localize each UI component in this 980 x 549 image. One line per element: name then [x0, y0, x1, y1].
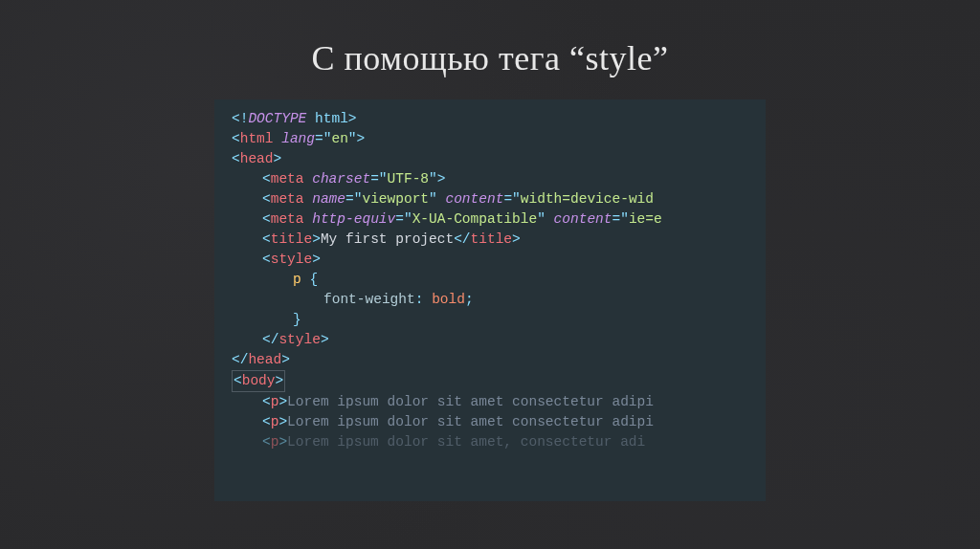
code-token: "	[620, 211, 629, 227]
code-token: </	[454, 231, 470, 247]
code-token: "	[537, 211, 546, 227]
code-token: <	[262, 191, 271, 207]
code-token: </	[232, 352, 248, 367]
code-token: style	[271, 252, 313, 267]
code-token: <	[232, 131, 240, 146]
code-token: My first project	[321, 231, 454, 247]
code-line: <meta http-equiv="X-UA-Compatible" conte…	[232, 209, 766, 230]
code-line: <body>	[232, 370, 766, 392]
code-token: <	[232, 151, 240, 166]
code-line: </head>	[232, 350, 766, 370]
code-token: head	[248, 352, 281, 367]
code-token: "	[429, 171, 437, 187]
code-editor: <!DOCTYPE html> <html lang="en"> <head> …	[214, 99, 766, 501]
code-token: =	[612, 211, 621, 227]
code-token: html	[240, 131, 274, 146]
code-token: <	[234, 373, 242, 388]
code-token: en	[331, 131, 347, 146]
code-token: title	[471, 231, 513, 247]
code-token: "	[348, 131, 357, 146]
code-token: viewport	[362, 191, 429, 207]
code-token: X-UA-Compatible	[412, 211, 538, 227]
code-line: <meta name="viewport" content="width=dev…	[232, 189, 766, 209]
code-token: =	[503, 191, 512, 207]
code-token: Lorem ipsum dolor sit amet, consectetur …	[287, 434, 645, 450]
code-token: "	[379, 171, 388, 187]
code-token: =	[315, 131, 323, 146]
code-token: <	[262, 211, 271, 227]
code-token: meta	[271, 191, 304, 207]
code-line: <style>	[232, 250, 766, 270]
code-token: :	[415, 292, 432, 307]
code-token: <	[262, 414, 271, 429]
code-token: body	[242, 373, 276, 388]
code-token: >	[278, 394, 287, 409]
code-token: >	[278, 414, 287, 429]
code-token: >	[348, 111, 357, 126]
code-line: <title>My first project</title>	[232, 230, 766, 250]
code-token: <!	[232, 111, 248, 126]
code-token: <	[262, 231, 271, 247]
code-token: </	[262, 332, 278, 347]
code-token: <	[262, 434, 271, 450]
code-line: p {	[232, 270, 766, 290]
code-token: ;	[465, 292, 474, 307]
code-token: "	[512, 191, 521, 207]
selection-box: <body>	[232, 370, 285, 392]
code-line: <html lang="en">	[232, 129, 766, 149]
code-token: "	[404, 211, 412, 227]
code-token: meta	[271, 171, 304, 187]
code-token: lang	[281, 131, 315, 146]
code-token: html	[306, 111, 348, 126]
code-line: <!DOCTYPE html>	[232, 109, 766, 129]
code-token: meta	[271, 211, 304, 227]
code-line: font-weight: bold;	[232, 290, 766, 310]
code-token: content	[445, 191, 503, 207]
code-token: >	[321, 332, 329, 347]
code-token: <	[262, 171, 271, 187]
code-token: title	[271, 231, 313, 247]
code-token: =	[395, 211, 404, 227]
code-token: {	[301, 272, 318, 287]
code-token: }	[293, 312, 301, 327]
code-token: name	[312, 191, 345, 207]
code-token: font-weight	[323, 292, 415, 307]
code-token: >	[312, 231, 321, 247]
code-token: charset	[312, 171, 370, 187]
code-line: <p>Lorem ipsum dolor sit amet consectetu…	[232, 392, 766, 412]
code-line: </style>	[232, 330, 766, 350]
code-token: p	[293, 272, 301, 287]
code-token: >	[512, 231, 521, 247]
code-token: >	[312, 252, 321, 267]
code-token: <	[262, 252, 271, 267]
code-token: >	[437, 171, 446, 187]
code-token: width=device-wid	[521, 191, 654, 207]
code-token: >	[276, 373, 284, 388]
code-token: <	[262, 394, 271, 409]
code-line: <p>Lorem ipsum dolor sit amet, consectet…	[232, 432, 766, 452]
code-token: content	[554, 211, 612, 227]
code-token: Lorem ipsum dolor sit amet consectetur a…	[287, 394, 654, 409]
code-line: <meta charset="UTF-8">	[232, 169, 766, 189]
code-token: >	[357, 131, 366, 146]
code-token: http-equiv	[312, 211, 395, 227]
code-token: >	[274, 151, 282, 166]
code-line: <head>	[232, 149, 766, 169]
code-line: }	[232, 310, 766, 330]
code-token: >	[281, 352, 290, 367]
code-token: UTF-8	[388, 171, 430, 187]
code-token: head	[240, 151, 274, 166]
slide-title: С помощью тега “style”	[312, 38, 669, 78]
code-token: DOCTYPE	[248, 111, 306, 126]
code-token: >	[278, 434, 287, 450]
code-line: <p>Lorem ipsum dolor sit amet consectetu…	[232, 412, 766, 432]
code-token: Lorem ipsum dolor sit amet consectetur a…	[287, 414, 654, 429]
code-token: =	[370, 171, 379, 187]
code-token: bold	[432, 292, 465, 307]
code-token: style	[278, 332, 321, 347]
code-token: =	[345, 191, 354, 207]
code-token: "	[429, 191, 437, 207]
code-token: ie=e	[629, 211, 662, 227]
